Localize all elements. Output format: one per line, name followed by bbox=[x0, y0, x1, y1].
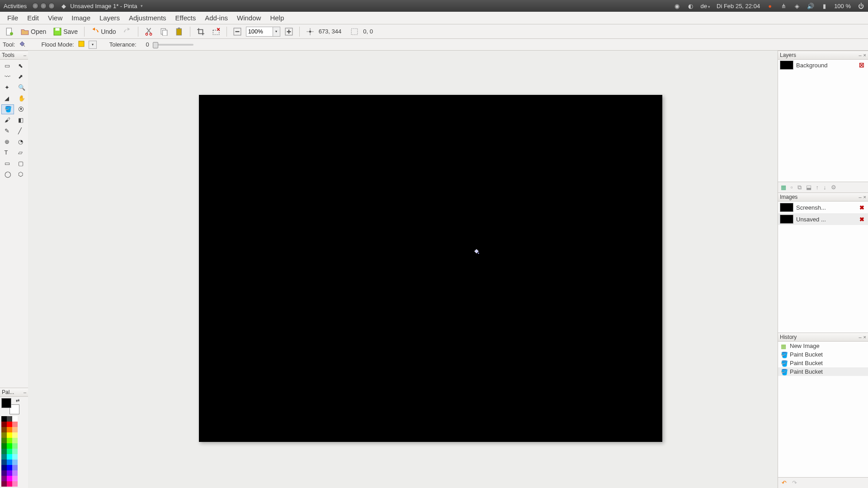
wifi-icon[interactable]: ◈ bbox=[793, 2, 801, 9]
palette-swatch[interactable] bbox=[12, 481, 18, 487]
paste-button[interactable] bbox=[173, 27, 186, 37]
minimize-icon[interactable]: – bbox=[859, 52, 861, 58]
tool-gradient[interactable]: ◢ bbox=[1, 94, 14, 103]
volume-icon[interactable]: 🔊 bbox=[807, 2, 814, 9]
palette-swatch[interactable] bbox=[12, 432, 18, 438]
palette-swatch[interactable] bbox=[7, 438, 12, 443]
palette-swatch[interactable] bbox=[1, 460, 7, 465]
palette-swatch[interactable] bbox=[7, 416, 12, 422]
tool-rectangle[interactable]: ▭ bbox=[1, 159, 14, 169]
zoom-in-button[interactable] bbox=[282, 27, 296, 37]
close-icon[interactable]: × bbox=[863, 194, 866, 200]
close-icon[interactable]: × bbox=[863, 52, 866, 58]
tolerance-slider[interactable] bbox=[153, 44, 193, 46]
palette-swatch[interactable] bbox=[7, 432, 12, 438]
clock[interactable]: Di Feb 25, 22:04 bbox=[717, 3, 760, 9]
tool-move-pixels[interactable]: ⬈ bbox=[15, 72, 28, 82]
menu-view[interactable]: View bbox=[43, 12, 67, 23]
palette-swatch[interactable] bbox=[12, 460, 18, 465]
palette-swatch[interactable] bbox=[1, 476, 7, 481]
palette-swatch[interactable] bbox=[7, 422, 12, 427]
menu-image[interactable]: Image bbox=[67, 12, 95, 23]
zoom-out-button[interactable] bbox=[231, 27, 244, 37]
layer-row[interactable]: Background☒ bbox=[778, 60, 868, 70]
history-row[interactable]: ▦New Image bbox=[778, 342, 868, 350]
close-image-icon[interactable]: ✖ bbox=[859, 204, 866, 211]
add-layer-icon[interactable]: ▦ bbox=[781, 184, 786, 191]
tool-magic-wand[interactable]: ✦ bbox=[1, 83, 14, 93]
undo-icon[interactable]: ↶ bbox=[782, 479, 787, 486]
tool-lasso[interactable]: 〰 bbox=[1, 72, 14, 82]
window-min-icon[interactable] bbox=[40, 3, 47, 9]
palette-swatch[interactable] bbox=[7, 449, 12, 454]
menu-edit[interactable]: Edit bbox=[23, 12, 43, 23]
swap-colors-icon[interactable]: ⇄ bbox=[16, 398, 19, 403]
palette-swatch[interactable] bbox=[1, 422, 7, 427]
palette-swatch[interactable] bbox=[12, 416, 18, 422]
tool-paint-bucket[interactable]: 🪣 bbox=[1, 104, 14, 114]
palette-swatch[interactable] bbox=[1, 416, 7, 422]
palette-swatch[interactable] bbox=[1, 432, 7, 438]
network-icon[interactable]: ⋔ bbox=[780, 2, 787, 9]
tool-text[interactable]: T bbox=[1, 148, 14, 158]
minimize-icon[interactable]: – bbox=[24, 389, 26, 395]
palette-swatch[interactable] bbox=[12, 470, 18, 476]
redo-button[interactable] bbox=[121, 27, 134, 37]
battery-icon[interactable]: ▮ bbox=[821, 2, 828, 9]
status-dot-icon[interactable]: ● bbox=[766, 2, 774, 9]
canvas[interactable] bbox=[199, 95, 662, 442]
steam-icon[interactable]: ◉ bbox=[674, 2, 681, 9]
tool-shapes[interactable]: ▱ bbox=[15, 148, 28, 158]
image-row[interactable]: Unsaved ...✖ bbox=[778, 213, 868, 225]
minimize-icon[interactable]: – bbox=[859, 194, 861, 200]
palette-swatch[interactable] bbox=[12, 454, 18, 460]
activities[interactable]: Activities bbox=[4, 3, 27, 9]
tool-color-picker[interactable]: ⦿ bbox=[15, 104, 28, 114]
palette-swatch[interactable] bbox=[12, 438, 18, 443]
history-row[interactable]: 🪣Paint Bucket bbox=[778, 367, 868, 376]
layer-visible-toggle[interactable]: ☒ bbox=[859, 62, 866, 69]
palette-swatch[interactable] bbox=[12, 449, 18, 454]
minimize-icon[interactable]: – bbox=[24, 52, 26, 58]
palette-swatch[interactable] bbox=[12, 476, 18, 481]
canvas-area[interactable] bbox=[28, 51, 778, 488]
new-button[interactable] bbox=[3, 27, 16, 37]
keyboard-layout[interactable]: de▾ bbox=[701, 3, 710, 9]
save-button[interactable]: Save bbox=[51, 27, 80, 37]
window-title[interactable]: Unsaved Image 1* - Pinta bbox=[70, 3, 137, 9]
close-image-icon[interactable]: ✖ bbox=[859, 216, 866, 223]
palette-swatch[interactable] bbox=[1, 481, 7, 487]
palette-swatch[interactable] bbox=[7, 443, 12, 449]
tool-line[interactable]: ╱ bbox=[15, 126, 28, 136]
tool-move-selection[interactable]: ⬉ bbox=[15, 61, 28, 71]
tool-freeform[interactable]: ⬡ bbox=[15, 169, 28, 179]
history-row[interactable]: 🪣Paint Bucket bbox=[778, 350, 868, 359]
palette-swatch[interactable] bbox=[1, 470, 7, 476]
palette-swatch[interactable] bbox=[1, 465, 7, 470]
deselect-button[interactable] bbox=[209, 27, 223, 37]
menu-layers[interactable]: Layers bbox=[95, 12, 124, 23]
palette-swatch[interactable] bbox=[7, 465, 12, 470]
tool-rounded-rect[interactable]: ▢ bbox=[15, 159, 28, 169]
palette-swatch[interactable] bbox=[7, 481, 12, 487]
zoom-combo[interactable]: ▾ bbox=[246, 27, 280, 37]
zoom-input[interactable] bbox=[246, 27, 273, 37]
window-max-icon[interactable] bbox=[48, 3, 55, 9]
palette-swatch[interactable] bbox=[1, 443, 7, 449]
indicator-icon[interactable]: ◐ bbox=[687, 2, 694, 9]
flood-mode-dropdown[interactable]: ▾ bbox=[89, 41, 97, 49]
history-row[interactable]: 🪣Paint Bucket bbox=[778, 359, 868, 367]
open-button[interactable]: Open bbox=[18, 27, 49, 37]
palette-swatch[interactable] bbox=[7, 427, 12, 432]
copy-button[interactable] bbox=[157, 27, 171, 37]
cut-button[interactable] bbox=[142, 27, 156, 37]
zoom-dropdown-icon[interactable]: ▾ bbox=[273, 27, 280, 37]
close-icon[interactable]: × bbox=[863, 334, 866, 340]
duplicate-layer-icon[interactable]: ⧉ bbox=[797, 184, 802, 191]
foreground-swatch[interactable] bbox=[1, 398, 11, 408]
menu-effects[interactable]: Effects bbox=[171, 12, 201, 23]
palette-swatch[interactable] bbox=[1, 438, 7, 443]
palette-swatch[interactable] bbox=[7, 470, 12, 476]
menu-adjustments[interactable]: Adjustments bbox=[124, 12, 171, 23]
tool-ellipse[interactable]: ◯ bbox=[1, 169, 14, 179]
